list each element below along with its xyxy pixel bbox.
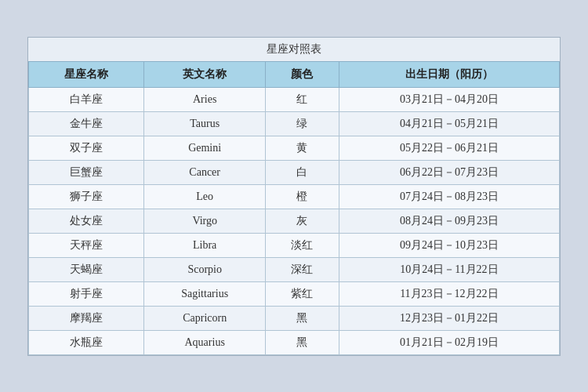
header-english: 英文名称 [144,61,266,87]
cell-english: Libra [144,233,266,257]
table-row: 天蝎座Scorpio深红10月24日－11月22日 [29,257,560,281]
page-title: 星座对照表 [28,38,560,61]
table-row: 金牛座Taurus绿04月21日－05月21日 [29,111,560,136]
cell-color: 深红 [266,257,339,281]
table-row: 射手座Sagittarius紫红11月23日－12月22日 [29,281,560,306]
table-header-row: 星座名称 英文名称 颜色 出生日期（阳历） [29,61,560,87]
cell-dates: 11月23日－12月22日 [339,281,559,306]
cell-english: Cancer [144,160,266,184]
cell-chinese: 水瓶座 [29,330,144,354]
cell-english: Virgo [144,209,266,233]
table-row: 水瓶座Aquarius黑01月21日－02月19日 [29,330,560,354]
cell-chinese: 双子座 [29,136,144,160]
cell-english: Taurus [144,111,266,136]
cell-color: 灰 [266,209,339,233]
cell-english: Aquarius [144,330,266,354]
cell-dates: 04月21日－05月21日 [339,111,559,136]
header-chinese: 星座名称 [29,61,144,87]
header-color: 颜色 [266,61,339,87]
table-row: 巨蟹座Cancer白06月22日－07月23日 [29,160,560,184]
cell-chinese: 狮子座 [29,184,144,209]
table-row: 处女座Virgo灰08月24日－09月23日 [29,209,560,233]
cell-english: Gemini [144,136,266,160]
cell-color: 橙 [266,184,339,209]
cell-english: Aries [144,87,266,111]
cell-dates: 05月22日－06月21日 [339,136,559,160]
table-row: 摩羯座Capricorn黑12月23日－01月22日 [29,306,560,330]
cell-dates: 07月24日－08月23日 [339,184,559,209]
cell-chinese: 摩羯座 [29,306,144,330]
cell-color: 白 [266,160,339,184]
cell-color: 黄 [266,136,339,160]
table-row: 双子座Gemini黄05月22日－06月21日 [29,136,560,160]
cell-color: 黑 [266,330,339,354]
cell-english: Scorpio [144,257,266,281]
cell-color: 红 [266,87,339,111]
cell-dates: 03月21日－04月20日 [339,87,559,111]
cell-chinese: 天蝎座 [29,257,144,281]
table-row: 白羊座Aries红03月21日－04月20日 [29,87,560,111]
cell-english: Capricorn [144,306,266,330]
cell-dates: 09月24日－10月23日 [339,233,559,257]
header-dates: 出生日期（阳历） [339,61,559,87]
cell-color: 淡红 [266,233,339,257]
cell-english: Sagittarius [144,281,266,306]
cell-chinese: 射手座 [29,281,144,306]
cell-chinese: 处女座 [29,209,144,233]
cell-dates: 01月21日－02月19日 [339,330,559,354]
cell-color: 绿 [266,111,339,136]
table-row: 天秤座Libra淡红09月24日－10月23日 [29,233,560,257]
cell-chinese: 白羊座 [29,87,144,111]
table-row: 狮子座Leo橙07月24日－08月23日 [29,184,560,209]
cell-chinese: 金牛座 [29,111,144,136]
main-container: 星座对照表 星座名称 英文名称 颜色 出生日期（阳历） 白羊座Aries红03月… [27,37,561,356]
cell-color: 黑 [266,306,339,330]
cell-english: Leo [144,184,266,209]
cell-chinese: 天秤座 [29,233,144,257]
cell-color: 紫红 [266,281,339,306]
zodiac-table: 星座名称 英文名称 颜色 出生日期（阳历） 白羊座Aries红03月21日－04… [28,61,560,355]
cell-chinese: 巨蟹座 [29,160,144,184]
cell-dates: 10月24日－11月22日 [339,257,559,281]
cell-dates: 12月23日－01月22日 [339,306,559,330]
cell-dates: 08月24日－09月23日 [339,209,559,233]
cell-dates: 06月22日－07月23日 [339,160,559,184]
